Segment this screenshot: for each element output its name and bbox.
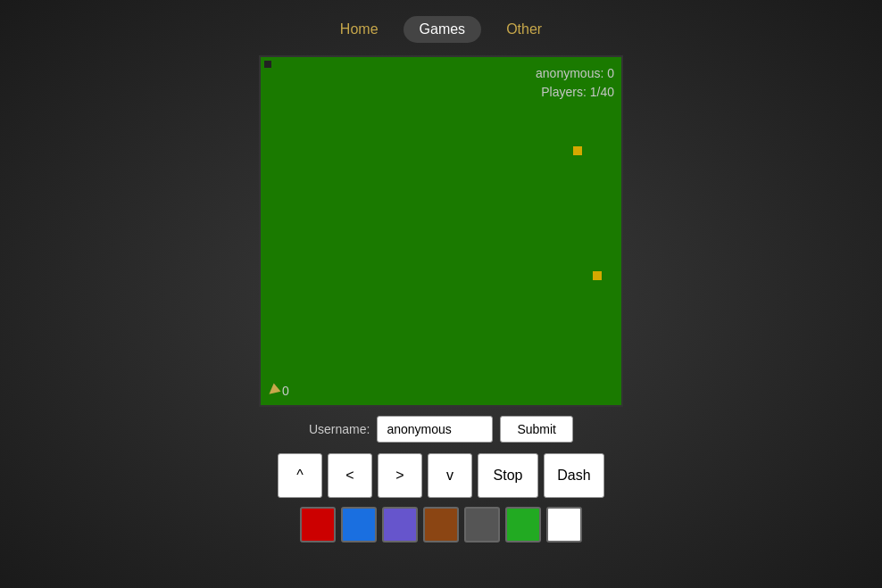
left-button[interactable]: < xyxy=(328,453,372,498)
username-input[interactable] xyxy=(377,416,493,443)
color-swatch-brown[interactable] xyxy=(423,507,459,542)
game-canvas: anonymous: 0 Players: 1/40 0 xyxy=(259,55,623,407)
corner-indicator xyxy=(264,61,271,68)
stop-button[interactable]: Stop xyxy=(478,453,538,498)
nav-other[interactable]: Other xyxy=(490,16,558,43)
nav-home[interactable]: Home xyxy=(324,16,395,43)
color-swatch-purple[interactable] xyxy=(382,507,418,542)
color-swatch-blue[interactable] xyxy=(341,507,377,542)
color-swatch-white[interactable] xyxy=(546,507,582,542)
score-arrow-icon xyxy=(266,384,281,399)
color-swatch-green[interactable] xyxy=(505,507,541,542)
color-swatch-gray[interactable] xyxy=(464,507,500,542)
game-dot-2 xyxy=(593,271,602,280)
stat-players: Players: 1/40 xyxy=(536,83,614,102)
stat-anonymous: anonymous: 0 xyxy=(536,64,614,83)
submit-button[interactable]: Submit xyxy=(500,416,573,443)
nav-games[interactable]: Games xyxy=(404,16,482,43)
color-swatch-red[interactable] xyxy=(300,507,336,542)
right-button[interactable]: > xyxy=(378,453,422,498)
username-label: Username: xyxy=(309,422,370,436)
navigation: Home Games Other xyxy=(0,0,882,55)
controls-row: ^ < > v Stop Dash xyxy=(278,453,604,498)
up-button[interactable]: ^ xyxy=(278,453,322,498)
game-dot-1 xyxy=(573,146,582,155)
game-stats: anonymous: 0 Players: 1/40 xyxy=(536,64,614,102)
score-bar: 0 xyxy=(268,384,289,398)
dash-button[interactable]: Dash xyxy=(544,453,604,498)
username-row: Username: Submit xyxy=(309,416,573,443)
score-value: 0 xyxy=(282,384,289,398)
down-button[interactable]: v xyxy=(428,453,472,498)
swatches-row xyxy=(300,507,582,542)
